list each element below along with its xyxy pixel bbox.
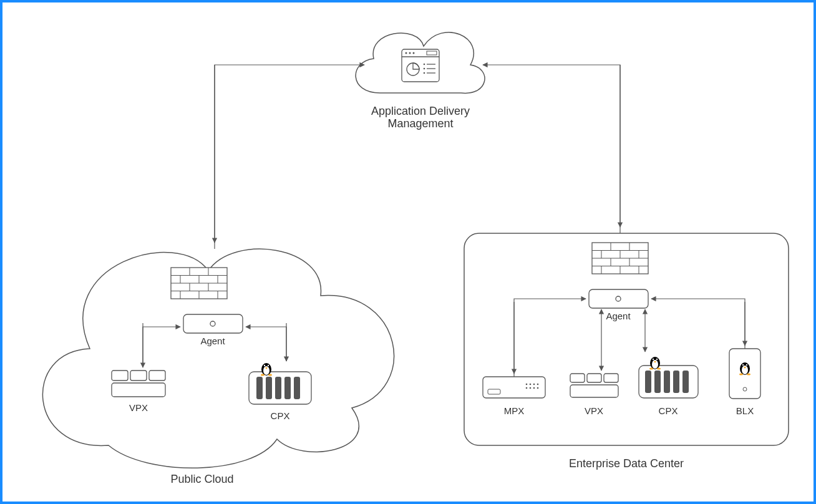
agent-box-right	[589, 289, 648, 308]
adm-title-line2: Management	[387, 117, 453, 130]
architecture-diagram: Application Delivery Management	[2, 2, 814, 502]
svg-point-97	[739, 373, 743, 375]
svg-point-72	[537, 387, 539, 389]
vpx-icon-left	[112, 371, 165, 397]
svg-point-7	[424, 64, 425, 65]
svg-point-95	[746, 364, 747, 366]
svg-point-2	[406, 52, 407, 54]
svg-point-94	[742, 364, 744, 366]
svg-rect-30	[130, 371, 147, 380]
svg-point-88	[649, 367, 653, 369]
svg-point-98	[747, 373, 750, 375]
svg-point-4	[413, 52, 415, 54]
svg-point-86	[656, 359, 658, 360]
svg-rect-27	[183, 314, 243, 333]
cpx-label-left: CPX	[271, 410, 290, 421]
diagram-frame: Application Delivery Management	[0, 0, 816, 504]
svg-rect-0	[402, 49, 439, 82]
svg-point-71	[533, 387, 535, 389]
agent-label-right: Agent	[606, 311, 631, 321]
svg-point-69	[526, 387, 528, 389]
svg-point-70	[530, 387, 532, 389]
svg-rect-36	[275, 377, 281, 399]
svg-point-9	[424, 68, 425, 70]
enterprise-data-center: Agent MPX VPX	[464, 233, 789, 445]
vpx-icon-right	[570, 374, 618, 397]
svg-rect-29	[112, 371, 128, 380]
svg-point-45	[268, 374, 272, 376]
svg-point-68	[537, 384, 539, 385]
svg-point-66	[530, 384, 532, 385]
agent-box-left	[183, 314, 243, 333]
svg-rect-63	[483, 377, 545, 398]
svg-point-85	[653, 359, 654, 360]
svg-rect-38	[294, 377, 300, 399]
mpx-label: MPX	[504, 405, 525, 416]
svg-point-67	[533, 384, 535, 385]
svg-rect-74	[587, 374, 601, 382]
svg-rect-31	[149, 371, 165, 380]
svg-point-44	[261, 374, 265, 376]
svg-point-65	[526, 384, 528, 385]
svg-rect-37	[284, 377, 291, 399]
svg-rect-78	[645, 371, 651, 393]
svg-rect-82	[682, 371, 689, 393]
adm-console-icon	[402, 49, 439, 82]
vpx-label-right: VPX	[585, 405, 603, 416]
cpx-label-right: CPX	[659, 405, 678, 416]
svg-point-41	[264, 365, 265, 366]
mpx-icon	[483, 377, 545, 398]
public-cloud-label: Public Cloud	[170, 473, 233, 485]
arrow-datacenter-to-adm	[483, 65, 620, 233]
vpx-label-left: VPX	[129, 402, 148, 413]
enterprise-dc-label: Enterprise Data Center	[569, 457, 684, 470]
svg-rect-75	[604, 374, 618, 382]
svg-rect-32	[112, 383, 165, 397]
adm-title-line1: Application Delivery	[371, 105, 470, 117]
firewall-icon	[171, 268, 227, 299]
svg-rect-80	[664, 371, 670, 393]
adm-cloud	[356, 32, 485, 94]
svg-rect-81	[673, 371, 679, 393]
public-cloud: Agent VPX	[42, 249, 394, 468]
svg-rect-79	[654, 371, 661, 393]
svg-point-89	[657, 367, 661, 369]
svg-rect-34	[256, 377, 263, 399]
agent-label-left: Agent	[200, 336, 225, 346]
arrow-publiccloud-to-adm	[215, 65, 364, 249]
svg-rect-35	[266, 377, 272, 399]
svg-point-11	[424, 72, 425, 74]
svg-point-3	[409, 52, 411, 54]
firewall-icon-right	[592, 243, 648, 274]
svg-rect-76	[570, 385, 618, 397]
blx-icon	[729, 349, 760, 399]
svg-rect-61	[589, 289, 648, 308]
svg-point-42	[268, 365, 269, 366]
svg-rect-73	[570, 374, 585, 382]
blx-label: BLX	[736, 405, 754, 416]
